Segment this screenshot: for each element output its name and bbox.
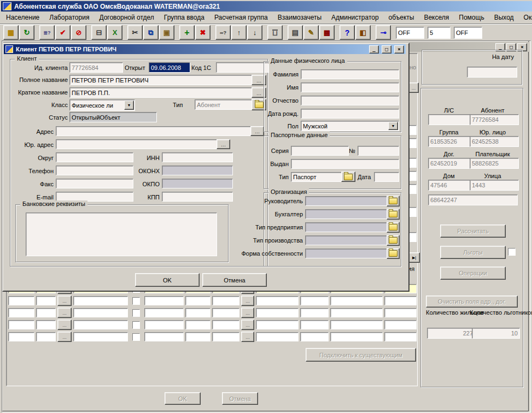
menu-gruppa-vvoda[interactable]: Группа ввода [159, 12, 209, 23]
row-lookup-button[interactable]: ... [241, 332, 254, 342]
grid-cell[interactable] [300, 296, 329, 305]
dialog-title-bar[interactable]: Клиент ПЕТРОВ ПЕТР ПЕТРОВИЧ _ □ × [4, 44, 406, 54]
cancel-button[interactable]: ⊘ [71, 25, 86, 40]
grid-cell[interactable] [185, 320, 211, 329]
dialog-ok-button[interactable]: OK [135, 273, 200, 287]
connect-button[interactable]: ⊸ [376, 25, 391, 40]
commit-button[interactable]: ✔ [55, 25, 71, 40]
grid-cell[interactable] [144, 332, 184, 341]
clipped-field[interactable] [408, 184, 417, 194]
grid-cell[interactable] [256, 308, 299, 317]
menu-vzaimozachety[interactable]: Взаимозачеты [273, 12, 326, 23]
contract-field[interactable]: 62452019 [428, 158, 473, 169]
enterprise-type-lookup-button[interactable] [387, 222, 400, 233]
help-button[interactable]: ? [340, 25, 355, 40]
add-row-button[interactable]: + [179, 25, 195, 40]
clipped-field[interactable] [408, 158, 417, 168]
grid-cell[interactable] [384, 320, 417, 329]
grid-cell[interactable] [8, 320, 34, 329]
row-checkbox[interactable] [132, 333, 140, 341]
object-id-field[interactable]: 68642247 [428, 194, 518, 205]
group-field[interactable]: 61853526 [428, 136, 473, 147]
passport-date-field[interactable] [374, 172, 399, 182]
dialog-minimize-icon[interactable]: _ [369, 45, 379, 54]
grid-cell[interactable] [212, 320, 239, 329]
calculate-button[interactable]: Рассчитать [440, 225, 506, 238]
passport-issued-field[interactable] [291, 159, 399, 169]
bank-details-area[interactable] [26, 213, 217, 256]
clipped-field[interactable] [408, 171, 417, 181]
full-name-field[interactable]: ПЕТРОВ ПЕТР ПЕТРОВИЧ [69, 75, 253, 85]
house-field[interactable]: 47546 [428, 180, 473, 191]
grid-cell[interactable] [36, 296, 56, 305]
grid-cell[interactable] [212, 332, 239, 341]
row-lookup-button[interactable]: ... [241, 296, 254, 306]
grid-cell[interactable] [73, 320, 128, 329]
grid-cell[interactable] [300, 332, 329, 341]
scroll-end-button[interactable]: ▶| [408, 252, 420, 263]
grid-cell[interactable] [8, 308, 34, 317]
grid-cell[interactable] [330, 320, 383, 329]
passport-number-field[interactable] [358, 146, 399, 156]
grid-cell[interactable] [384, 308, 417, 317]
row-lookup-button[interactable]: ... [57, 308, 72, 318]
passport-type-lookup-button[interactable] [341, 172, 355, 182]
operations-button[interactable]: Операции [440, 267, 506, 280]
grid-cell[interactable] [212, 308, 239, 317]
clipped-field[interactable] [408, 125, 417, 135]
clipped-lookup-button[interactable]: ... [408, 82, 419, 93]
grid-cell[interactable] [256, 320, 299, 329]
open-date-field[interactable]: 09.06.2008 [149, 62, 190, 73]
benefits-checkbox[interactable] [508, 248, 516, 256]
export-excel-button[interactable]: X [107, 25, 122, 40]
short-name-field[interactable]: ПЕТРОВ П.П. [69, 87, 253, 98]
clipped-field[interactable] [408, 207, 417, 217]
connect-existing-button[interactable]: Подключить к существующим [306, 348, 416, 362]
grid-cell[interactable] [384, 332, 417, 341]
ownership-lookup-button[interactable] [387, 248, 400, 259]
grid-cell[interactable] [73, 296, 128, 305]
residents-field[interactable]: 227 [427, 328, 475, 339]
legal-entity-field[interactable]: 62452538 [470, 136, 519, 147]
exit-button[interactable]: ◧ [355, 25, 371, 40]
move-down-button[interactable]: ↓ [247, 25, 262, 40]
grid-cell[interactable] [8, 332, 34, 341]
dialog-close-icon[interactable]: × [394, 45, 404, 54]
patronymic-field[interactable] [301, 96, 399, 105]
menu-okno[interactable]: Окно [519, 12, 532, 23]
grid-cell[interactable] [330, 296, 383, 305]
grid-cell[interactable] [185, 308, 211, 317]
menu-administrator[interactable]: Администратор [326, 12, 384, 23]
chevron-down-icon[interactable]: ▼ [388, 122, 398, 130]
street-field[interactable]: 1443 [470, 180, 519, 191]
dialog-cancel-button[interactable]: Отмена [202, 273, 267, 287]
clipped-field[interactable] [408, 232, 417, 242]
trash-button[interactable]: ⊔ [267, 25, 283, 40]
grid-cell[interactable] [384, 296, 417, 305]
abonent-field[interactable]: 77726584 [470, 114, 519, 125]
grid-cell[interactable] [256, 296, 299, 305]
passport-series-field[interactable] [291, 146, 349, 156]
menu-raschetnaya-gruppa[interactable]: Расчетная группа [209, 12, 273, 23]
grid-cell[interactable] [144, 320, 184, 329]
surname-field[interactable] [301, 69, 399, 79]
window-ok-button[interactable]: OK [165, 392, 201, 405]
row-checkbox[interactable] [132, 321, 140, 329]
grid-cell[interactable] [73, 308, 128, 317]
passport-type-field[interactable]: Паспорт [291, 172, 343, 182]
grid-cell[interactable] [73, 332, 128, 341]
move-up-button[interactable]: ↑ [231, 25, 247, 40]
dialog-maximize-icon[interactable]: □ [382, 45, 391, 54]
grid-cell[interactable] [185, 332, 211, 341]
clear-address-button[interactable]: Очистить поля адр., дог. [426, 296, 518, 308]
firstname-field[interactable] [301, 82, 399, 92]
row-lookup-button[interactable]: ... [57, 296, 72, 306]
paste-button[interactable]: ▣ [159, 25, 174, 40]
toolbar-counter[interactable]: 5 [428, 27, 451, 39]
row-lookup-button[interactable]: ... [241, 320, 254, 330]
grid-cell[interactable] [144, 296, 184, 305]
grid-cell[interactable] [330, 332, 383, 341]
find-button[interactable]: ∞? [215, 25, 231, 40]
menu-dogovornoy-otdel[interactable]: Договорной отдел [94, 12, 159, 23]
legal-address-lookup-button[interactable]: ... [217, 139, 230, 149]
